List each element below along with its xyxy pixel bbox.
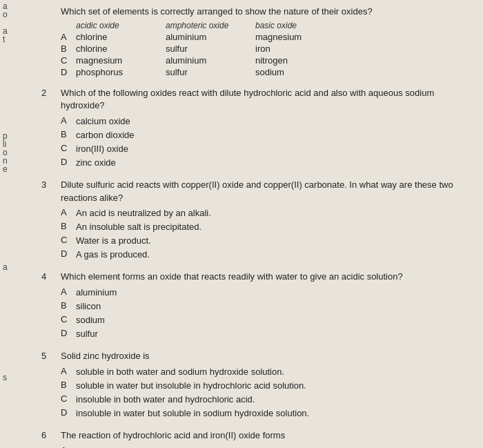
q6-option-A: A a precipitate.	[61, 445, 475, 449]
q2-letter-B: B	[61, 129, 76, 139]
q3-letter-C: C	[61, 235, 76, 245]
q1-letter-B: B	[61, 43, 76, 54]
q1-col-header-3: basic oxide	[255, 21, 345, 30]
q3-number: 3	[41, 179, 61, 190]
question-4: 4 Which element forms an oxide that reac…	[41, 271, 475, 340]
q5-text-C: insoluble in both water and hydrochloric…	[76, 393, 475, 406]
question-4-header: 4 Which element forms an oxide that reac…	[41, 271, 475, 283]
lm-o: o	[3, 10, 8, 19]
q2-option-B: B carbon dioxide	[61, 129, 475, 142]
page: a o a t p li o n e a s Which set of elem…	[0, 0, 483, 448]
lm-a3: a	[3, 262, 8, 272]
q1-C-col1: magnesium	[76, 55, 166, 66]
question-3: 3 Dilute sulfuric acid reacts with coppe…	[41, 179, 475, 261]
question-1-header: Which set of elements is correctly arran…	[41, 6, 475, 18]
q5-option-D: D insoluble in water but soluble in sodi…	[61, 407, 475, 420]
q4-number: 4	[41, 271, 61, 282]
question-6-header: 6 The reaction of hydrochloric acid and …	[41, 429, 475, 442]
q4-option-A: A aluminium	[61, 286, 475, 299]
q1-row-C: C magnesium aluminium nitrogen	[61, 55, 475, 66]
q5-number: 5	[41, 350, 61, 361]
q5-option-C: C insoluble in both water and hydrochlor…	[61, 393, 475, 406]
q1-col-header-2: amphoteric oxide	[166, 21, 255, 30]
q3-text-A: An acid is neutralized by an alkali.	[76, 207, 475, 220]
q5-letter-D: D	[61, 407, 76, 418]
q5-text-A: soluble in both water and sodium hydroxi…	[76, 366, 475, 378]
q1-A-col1: chlorine	[76, 32, 166, 42]
left-margin: a o a t p li o n e a s	[0, 0, 40, 448]
q4-text-D: sulfur	[76, 328, 475, 340]
q1-B-col3: iron	[255, 43, 345, 54]
q1-header-row: acidic oxide amphoteric oxide basic oxid…	[61, 21, 475, 30]
q1-row-D: D phosphorus sulfur sodium	[61, 67, 475, 77]
q2-option-D: D zinc oxide	[61, 157, 475, 169]
q4-text-A: aluminium	[76, 286, 475, 299]
q4-text-C: sodium	[76, 314, 475, 327]
q2-text-D: zinc oxide	[76, 157, 475, 169]
q1-row-A: A chlorine aluminium magnesium	[61, 32, 475, 42]
q6-text: The reaction of hydrochloric acid and ir…	[61, 429, 475, 442]
q1-C-col3: nitrogen	[255, 55, 345, 66]
q5-options: A soluble in both water and sodium hydro…	[61, 366, 475, 420]
question-5-header: 5 Solid zinc hydroxide is	[41, 350, 475, 362]
q4-text: Which element forms an oxide that reacts…	[61, 271, 475, 283]
q1-letter-C: C	[61, 55, 76, 66]
q1-D-col2: sulfur	[166, 67, 255, 77]
q4-options: A aluminium B silicon C sodium D sulfur	[61, 286, 475, 341]
q1-col-header-1: acidic oxide	[76, 21, 166, 30]
q5-text-B: soluble in water but insoluble in hydroc…	[76, 380, 475, 392]
q1-A-col2: aluminium	[166, 32, 255, 42]
q3-option-C: C Water is a product.	[61, 235, 475, 247]
q6-text-A: a precipitate.	[76, 445, 475, 449]
q2-option-A: A calcium oxide	[61, 115, 475, 128]
q5-letter-C: C	[61, 393, 76, 404]
lm-s: s	[3, 373, 7, 382]
q2-letter-D: D	[61, 157, 76, 167]
question-3-header: 3 Dilute sulfuric acid reacts with coppe…	[41, 179, 475, 204]
question-2: 2 Which of the following oxides react wi…	[41, 87, 475, 169]
q2-text: Which of the following oxides react with…	[61, 87, 475, 112]
q4-option-C: C sodium	[61, 314, 475, 327]
question-6: 6 The reaction of hydrochloric acid and …	[41, 429, 475, 448]
q5-letter-B: B	[61, 380, 76, 390]
q6-options: A a precipitate. B a volatile product. C…	[61, 445, 475, 449]
q4-letter-B: B	[61, 300, 76, 311]
question-5: 5 Solid zinc hydroxide is A soluble in b…	[41, 350, 475, 420]
q2-option-C: C iron(III) oxide	[61, 143, 475, 155]
q1-letter-D: D	[61, 67, 76, 77]
q1-B-col2: sulfur	[166, 43, 255, 54]
q1-C-col2: aluminium	[166, 55, 255, 66]
q3-text: Dilute sulfuric acid reacts with copper(…	[61, 179, 475, 204]
q5-text-D: insoluble in water but soluble in sodium…	[76, 407, 475, 420]
q3-text-D: A gas is produced.	[76, 249, 475, 261]
q6-number: 6	[41, 429, 61, 440]
q1-number	[41, 6, 61, 6]
question-2-header: 2 Which of the following oxides react wi…	[41, 87, 475, 112]
q3-text-B: An insoluble salt is precipitated.	[76, 221, 475, 233]
q1-table: acidic oxide amphoteric oxide basic oxid…	[61, 21, 475, 77]
q2-text-C: iron(III) oxide	[76, 143, 475, 155]
q4-text-B: silicon	[76, 300, 475, 313]
q1-A-col3: magnesium	[255, 32, 345, 42]
q2-text-B: carbon dioxide	[76, 129, 475, 142]
q3-text-C: Water is a product.	[76, 235, 475, 247]
lm-e: e	[3, 164, 8, 174]
q5-text: Solid zinc hydroxide is	[61, 350, 475, 362]
q1-D-col1: phosphorus	[76, 67, 166, 77]
q4-letter-D: D	[61, 328, 76, 338]
q5-letter-A: A	[61, 366, 76, 376]
q2-text-A: calcium oxide	[76, 115, 475, 128]
q2-letter-C: C	[61, 143, 76, 153]
q3-option-A: A An acid is neutralized by an alkali.	[61, 207, 475, 220]
q1-row-B: B chlorine sulfur iron	[61, 43, 475, 54]
q1-text: Which set of elements is correctly arran…	[61, 6, 475, 18]
q4-option-B: B silicon	[61, 300, 475, 313]
q5-option-B: B soluble in water but insoluble in hydr…	[61, 380, 475, 392]
q5-option-A: A soluble in both water and sodium hydro…	[61, 366, 475, 378]
q2-number: 2	[41, 87, 61, 98]
lm-t: t	[3, 35, 5, 44]
q3-letter-B: B	[61, 221, 76, 231]
q6-letter-A: A	[61, 445, 76, 449]
q1-letter-A: A	[61, 32, 76, 42]
q3-letter-D: D	[61, 249, 76, 259]
